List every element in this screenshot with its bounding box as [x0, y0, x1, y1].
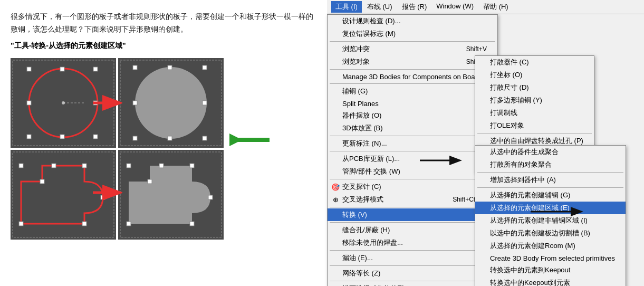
menu-item-3d-place[interactable]: 3D体放置 (B) ▶ [328, 122, 497, 135]
transform-item-union[interactable]: 从选中的器件生成聚合 [475, 146, 626, 158]
svg-rect-27 [82, 164, 86, 168]
svg-rect-30 [40, 179, 44, 184]
menu-item-drc[interactable]: 设计规则检查 (D)... [328, 15, 497, 27]
svg-rect-4 [93, 67, 98, 71]
transform-item-create-room[interactable]: 从选择的元素创建Room (M) [475, 240, 626, 252]
svg-rect-18 [133, 136, 137, 140]
separator-5 [330, 151, 495, 151]
transform-item-to-keepout[interactable]: 转换选中的元素到Keepout [475, 264, 626, 277]
svg-rect-5 [27, 135, 31, 139]
menu-item-transform[interactable]: 转换 (V) ▶ [328, 208, 497, 221]
transform-item-explode[interactable]: 打散所有的对象聚合 [475, 158, 626, 171]
svg-rect-39 [148, 179, 152, 184]
separator-11 [330, 281, 495, 281]
svg-rect-22 [133, 101, 137, 105]
svg-rect-26 [19, 164, 23, 168]
svg-rect-17 [203, 65, 207, 70]
menu-item-reset-errors[interactable]: 复位错误标志 (M) [328, 27, 497, 40]
separator-10 [330, 265, 495, 266]
svg-rect-20 [168, 65, 172, 70]
separator-3 [330, 83, 495, 84]
cell-top-right [118, 58, 224, 148]
submenu-item-trace[interactable]: 打调制线 [475, 107, 594, 119]
svg-rect-32 [52, 164, 56, 168]
svg-rect-38 [190, 222, 194, 226]
menu-item-pin-swap[interactable]: 管脚/部件 交换 (W) [328, 165, 497, 178]
menu-container: 设计规则检查 (D)... 复位错误标志 (M) 浏览冲突 Shift+V 浏览… [327, 14, 644, 286]
menubar-item-report[interactable]: 报告 (R) [398, 1, 431, 13]
transform-item-create-3d[interactable]: Create 3D Body From selected primitives [475, 252, 626, 264]
submenu-item-dimensions[interactable]: 打散尺寸 (D) [475, 81, 594, 94]
right-panel: 工具 (I) 布线 (U) 报告 (R) Window (W) 帮助 (H) 设… [327, 0, 644, 286]
menu-item-manage3d[interactable]: Manage 3D Bodies for Components on Board… [328, 71, 497, 82]
image-area [11, 58, 314, 240]
menu-item-cross-select[interactable]: ⊕ 交叉选择模式 Shift+Ctrl+X [328, 193, 497, 206]
svg-rect-28 [19, 222, 23, 226]
svg-point-15 [135, 67, 207, 139]
menu-item-update-from-lib[interactable]: 从PCB库更新 (L)... [328, 152, 497, 165]
menu-item-split-planes[interactable]: Split Planes ▶ [328, 98, 497, 109]
menubar-item-tools[interactable]: 工具 (I) [331, 1, 362, 13]
transform-item-from-keepout[interactable]: 转换选中的Keepout到元素 [475, 277, 626, 286]
svg-rect-41 [159, 164, 164, 168]
separator-1 [330, 41, 495, 42]
menu-item-teardrops[interactable]: 漏油 (E)... [328, 252, 497, 264]
submenu-item-scatter[interactable]: 打散器件 (C) [475, 56, 594, 69]
menu-item-browse-objects[interactable]: 浏览对象 Shift+X [328, 55, 497, 68]
svg-rect-6 [93, 135, 98, 139]
main-dropdown: 设计规则检查 (D)... 复位错误标志 (M) 浏览冲突 Shift+V 浏览… [327, 14, 498, 286]
svg-rect-35 [127, 164, 131, 168]
transform-item-add-to-comp[interactable]: 增加选择到器件中 (A) [475, 174, 626, 186]
transform-item-create-slot[interactable]: 以选中的元素创建板边切割槽 (B) [475, 227, 626, 240]
menu-item-update-annotation[interactable]: 更新标注 (N)... [328, 137, 497, 150]
intro-text: 很多情况下，有一个圆形的板子或者非规则形状的板子，需要创建一个和板子形状一模一样… [11, 11, 314, 36]
menubar-item-window[interactable]: Window (W) [432, 1, 478, 13]
separator-6 [330, 179, 495, 179]
svg-rect-37 [127, 222, 131, 226]
submenu-item-coords[interactable]: 打坐标 (O) [475, 69, 594, 81]
menu-item-browse-conflicts[interactable]: 浏览冲突 Shift+V [328, 43, 497, 55]
menu-item-outline[interactable]: 描画选择对象的外形 (J) [328, 282, 497, 286]
menu-item-component-place[interactable]: 器件摆放 (O) ▶ [328, 109, 497, 122]
left-panel: 很多情况下，有一个圆形的板子或者非规则形状的板子，需要创建一个和板子形状一模一样… [0, 0, 327, 286]
menu-item-net-length[interactable]: 网络等长 (Z) ▶ [328, 267, 497, 280]
separator-8 [330, 222, 495, 223]
separator-9 [330, 250, 495, 251]
crosshair-icon: 🎯 [331, 182, 340, 192]
svg-rect-40 [208, 195, 213, 199]
tr-sep-2 [477, 187, 623, 188]
svg-rect-21 [168, 136, 172, 140]
menu-item-stitch[interactable]: 缝合孔/屏蔽 (H) ▶ [328, 224, 497, 236]
menu-item-copper[interactable]: 辅铜 (G) ▶ [328, 85, 497, 98]
svg-rect-9 [27, 101, 31, 105]
sp-sep-1 [477, 133, 592, 134]
menu-item-remove-pads[interactable]: 移除未使用的焊盘... [328, 236, 497, 249]
menu-item-cross-probe[interactable]: 🎯 交叉探针 (C) [328, 180, 497, 193]
separator-4 [330, 136, 495, 136]
crosshair2-icon: ⊕ [331, 195, 340, 204]
svg-rect-8 [60, 135, 64, 139]
svg-rect-23 [203, 101, 207, 105]
menubar-item-help[interactable]: 帮助 (H) [479, 1, 513, 13]
svg-rect-3 [27, 67, 31, 71]
menu-bar: 工具 (I) 布线 (U) 报告 (R) Window (W) 帮助 (H) [327, 0, 644, 14]
submenu-item-poly[interactable]: 打多边形辅铜 (Y) [475, 94, 594, 107]
svg-rect-19 [203, 136, 207, 140]
transform-item-create-copper[interactable]: 从选择的元素创建辅铜 (G) [475, 189, 626, 202]
svg-rect-36 [190, 164, 194, 168]
separator-7 [330, 207, 495, 207]
svg-rect-16 [133, 65, 137, 70]
highlight-text: "工具-转换-从选择的元素创建区域" [11, 41, 314, 51]
svg-rect-7 [60, 67, 64, 71]
tr-sep-1 [477, 172, 623, 173]
separator-2 [330, 69, 495, 70]
submenu-item-ole[interactable]: 打OLE对象 [475, 119, 594, 132]
svg-rect-29 [82, 222, 86, 226]
cell-bottom-right [118, 150, 224, 240]
menubar-item-route[interactable]: 布线 (U) [363, 1, 397, 13]
